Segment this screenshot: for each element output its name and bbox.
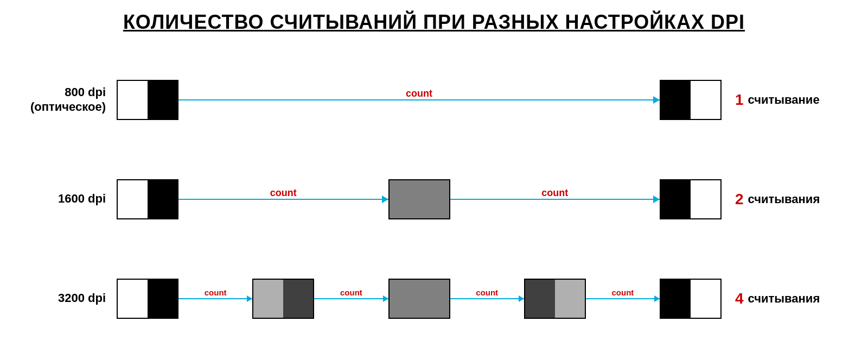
sensor-start-3200: [117, 279, 178, 319]
sensor-mid2-3200: [388, 279, 450, 319]
sensor-white-right-end: [691, 81, 720, 119]
sensor-white-3200-start: [118, 280, 148, 318]
page-container: КОЛИЧЕСТВО СЧИТЫВАНИЙ ПРИ РАЗНЫХ НАСТРОЙ…: [0, 0, 868, 359]
arrow-3200-3: count: [450, 280, 524, 318]
row-3200dpi: 3200 dpi count count: [22, 269, 846, 329]
arrow-label-1600-1: count: [268, 187, 299, 199]
sensor-black-3200-start: [148, 280, 177, 318]
sensor-black-left-end: [661, 81, 691, 119]
arrow-head-3200-1: [247, 295, 252, 302]
arrow-label-1600-2: count: [539, 187, 570, 199]
arrow-1600-second: count: [450, 180, 660, 218]
arrow-line-1600-2: [450, 199, 660, 200]
arrow-head-3200-2: [383, 295, 388, 302]
result-text-3200: считывания: [748, 292, 820, 306]
row-1600dpi: 1600 dpi count count: [22, 169, 846, 229]
sensor-end-1600: [660, 179, 722, 219]
arrow-800: count: [178, 81, 660, 119]
dpi-label-1600: 1600 dpi: [22, 192, 117, 206]
arrow-3200-1: count: [178, 280, 252, 318]
sensor-mid3-3200: [524, 279, 586, 319]
arrow-line-3200-4: [586, 298, 660, 299]
arrow-label-3200-2: count: [339, 288, 363, 297]
arrow-head-1600-2: [653, 196, 660, 203]
diagram-area: 800 dpi (оптическое) count 1 считывание …: [22, 50, 846, 348]
sensor-black-1600-start: [148, 180, 177, 218]
arrow-3200-2: count: [314, 280, 388, 318]
sensor-white-1600-start: [118, 180, 148, 218]
page-title: КОЛИЧЕСТВО СЧИТЫВАНИЙ ПРИ РАЗНЫХ НАСТРОЙ…: [123, 11, 745, 34]
result-number-1600: 2: [735, 191, 744, 208]
arrow-line-800: [178, 99, 660, 100]
arrow-label-800: count: [404, 88, 435, 99]
sensor-gray-mid2-1: [390, 280, 419, 318]
sensor-black-1600-end: [661, 180, 691, 218]
arrow-head-1600-1: [382, 196, 388, 203]
arrow-line-3200-2: [314, 298, 388, 299]
sensor-white-1600-end: [691, 180, 720, 218]
arrow-label-3200-1: count: [203, 288, 228, 297]
result-1600: 2 считывания: [722, 191, 846, 208]
sensor-darkgray-2: [525, 280, 555, 318]
sensor-end-800: [660, 80, 722, 120]
sensor-start-800: [117, 80, 178, 120]
arrow-line-1600-1: [178, 199, 388, 200]
arrow-label-3200-4: count: [610, 288, 635, 297]
sensor-lightgray-2: [555, 280, 585, 318]
dpi-label-800: 800 dpi (оптическое): [22, 85, 117, 114]
arrow-line-3200-3: [450, 298, 524, 299]
arrow-head-3200-3: [519, 295, 524, 302]
arrow-head-3200-4: [654, 295, 660, 302]
sensor-start-1600: [117, 179, 178, 219]
sensor-mid-1600: [388, 179, 450, 219]
sensor-white-3200-end: [691, 280, 720, 318]
result-number-800: 1: [735, 91, 744, 109]
arrow-label-3200-3: count: [475, 288, 499, 297]
arrow-line-3200-1: [178, 298, 252, 299]
result-3200: 4 считывания: [722, 290, 846, 307]
result-800: 1 считывание: [722, 91, 846, 109]
sensor-darkgray-1: [283, 280, 313, 318]
sensor-gray-mid-2: [419, 180, 449, 218]
result-text-1600: считывания: [748, 192, 820, 206]
arrow-head-800: [653, 96, 660, 104]
sensor-end-3200: [660, 279, 722, 319]
sensor-mid1-3200: [252, 279, 314, 319]
sensor-black-right: [148, 81, 177, 119]
row-800dpi: 800 dpi (оптическое) count 1 считывание: [22, 70, 846, 130]
dpi-label-3200: 3200 dpi: [22, 291, 117, 305]
sensor-gray-mid-1: [390, 180, 419, 218]
sensor-white-left: [118, 81, 148, 119]
arrow-1600-first: count: [178, 180, 388, 218]
result-number-3200: 4: [735, 290, 744, 307]
sensor-lightgray-1: [253, 280, 283, 318]
arrow-3200-4: count: [586, 280, 660, 318]
sensor-gray-mid2-2: [419, 280, 449, 318]
result-text-800: считывание: [748, 93, 820, 107]
sensor-black-3200-end: [661, 280, 691, 318]
